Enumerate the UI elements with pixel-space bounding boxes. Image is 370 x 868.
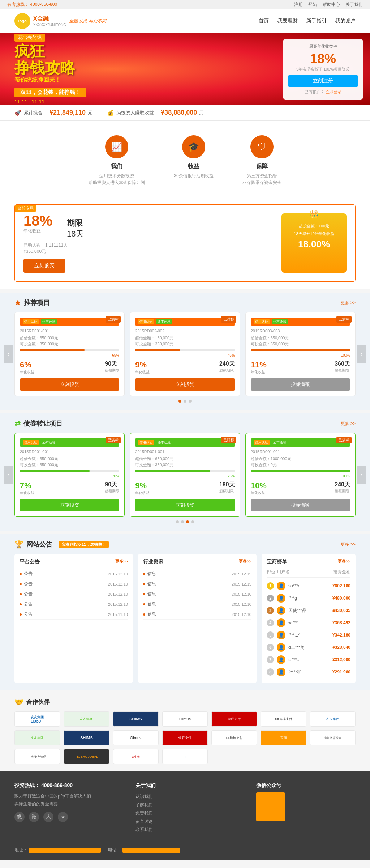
banner-content: 花出去的钱 疯狂 挣钱攻略 帮你统统挣回来！ 双11，会花钱，能挣钱！ 11-1… (0, 33, 276, 105)
renren-icon[interactable]: 人 (43, 812, 53, 822)
register-button[interactable]: 立刻注册 (288, 75, 358, 87)
footer-about-link-3[interactable]: 免责我们 (135, 809, 235, 817)
tcard1-max: 超借金额：650,000元 (20, 456, 119, 461)
tcard3-progress-fill (251, 470, 350, 472)
tdot-4[interactable] (191, 520, 194, 523)
rank-item-1: 1 👤 su***o ¥602,160 (267, 580, 350, 592)
card1-invest-btn[interactable]: 立刻投资 (20, 378, 119, 391)
weibo-icon[interactable]: 微 (14, 812, 25, 822)
tcard3-rate-row: 10% 年化收益 240天 超额期限 (251, 481, 350, 495)
rank-num-7: 7 (267, 656, 274, 663)
buy-now-button[interactable]: 立刻购买 (23, 259, 65, 273)
transfer-more[interactable]: 更多 >> (341, 421, 356, 427)
wechat-icon[interactable]: 微 (29, 812, 39, 822)
help-link[interactable]: 帮助中心 (323, 2, 340, 7)
top-bar: 有客热线： 4000-866-800 注册 登陆 帮助中心 关于我们 (0, 0, 370, 9)
rankings-col: 宝商榜单 更多>> 排位 用户名 投资金额 1 👤 su***o ¥602,16… (262, 554, 356, 683)
dot-2[interactable] (184, 400, 186, 403)
recommend-section: ★ 推荐项目 更多 >> ‹ 信用认证 还本还息 已满标 2015RD001-0… (0, 293, 370, 410)
card3-invest-btn[interactable]: 投标满额 (251, 378, 350, 391)
partner-14: 有江教育投资 (310, 730, 356, 745)
industry-news-3-date: 2015.12.10 (232, 592, 251, 596)
platform-news-1-text: 公告 (24, 571, 106, 577)
card3-id: 2015RD003-003 (251, 329, 350, 333)
tdot-2[interactable] (181, 520, 184, 523)
footer-about-link-1[interactable]: 认识我们 (135, 792, 235, 801)
card3-rate: 11% (251, 360, 267, 370)
tdot-3[interactable] (186, 520, 189, 523)
transfer-prev[interactable]: ‹ (4, 466, 13, 484)
footer-about-link-4[interactable]: 留言讨论 (135, 817, 235, 826)
platform-news-5-date: 2015.11.10 (108, 612, 128, 617)
rank-item-8: 8 👤 fe***和 ¥291,960 (267, 666, 350, 678)
recommend-next[interactable]: › (357, 345, 366, 363)
banner-tag-spend: 花出去的钱 (14, 34, 45, 42)
card2-max: 超借金额：150,000元 (135, 335, 235, 341)
platform-news-2-text: 公告 (24, 581, 106, 587)
about-link[interactable]: 关于我们 (345, 2, 363, 7)
product-left: 18% 年化收益 期限 18天 已购人数：1,111111人 ¥350,000元… (23, 213, 274, 273)
footer-about-link-5[interactable]: 联系我们 (135, 826, 235, 834)
nav-account[interactable]: 我的账户 (335, 18, 356, 24)
stats-bar: 🚀 累计撮合： ¥21,849,110 元 💰 为投资人赚取收益： ¥38,88… (0, 105, 370, 121)
industry-news-col: 行业资讯 更多>> 信息 2015.12.15 信息 2015.12.15 信息 (138, 554, 257, 683)
tcard2-tag-repay: 还本还息 (156, 440, 172, 445)
recommend-title: ★ 推荐项目 (14, 298, 50, 307)
card2-period-block: 240天 超额期限 (219, 360, 235, 375)
recommend-cards: 信用认证 还本还息 已满标 2015RD001-001 超借金额：650,000… (14, 312, 356, 396)
nav-invest[interactable]: 我要理财 (278, 18, 298, 24)
tcard2-period: 180天 (219, 481, 235, 489)
platform-notice-more[interactable]: 更多>> (115, 559, 128, 565)
tcard2-invest-btn[interactable]: 立刻投资 (135, 499, 235, 511)
platform-news-1: 公告 2015.12.10 (20, 569, 128, 579)
news-section-header: 🏆 网站公告 宝商创投双11，送钱啦！ 更多 >> (14, 540, 356, 549)
news-more[interactable]: 更多 >> (341, 541, 356, 548)
footer: 投资热线： 4000-866-800 致力于打造适合中国的p2p平台解决人们 实… (0, 771, 370, 860)
login-link-banner[interactable]: 立即登录 (326, 90, 341, 94)
product-period-value: 18天 (67, 229, 83, 239)
footer-about-link-2[interactable]: 了解我们 (135, 801, 235, 809)
card2-invest-btn[interactable]: 立刻投资 (135, 378, 235, 391)
dot-3[interactable] (189, 400, 192, 403)
tcard2-rate: 9% (135, 481, 150, 490)
star-icon[interactable]: ★ (58, 812, 68, 822)
card3-badge: 已满标 (336, 316, 352, 323)
tcard1-badge: 已满标 (106, 437, 121, 443)
rankings-more[interactable]: 更多>> (338, 559, 350, 565)
header: logo X金融 XXXXXXJUNIFONG 金融 从此 与众不同 首页 我要… (0, 9, 370, 33)
tdot-1[interactable] (176, 520, 179, 523)
product-new-tag: 当前专属 (15, 205, 36, 212)
hotline-info: 有客热线： 4000-866-800 (7, 1, 57, 8)
tcard3-invest-btn[interactable]: 投标满额 (251, 499, 350, 511)
stat-total-value: ¥21,849,110 (50, 109, 86, 116)
recommend-more[interactable]: 更多 >> (341, 300, 356, 306)
transfer-next[interactable]: › (357, 466, 366, 484)
partners-section: 🤝 合作伙伴 友友集团LIUOU 友友集团 SHIMS Ointus 银联支付 … (0, 690, 370, 771)
nav-guide[interactable]: 新手指引 (306, 18, 327, 24)
rank-avatar-4: 👤 (277, 618, 285, 627)
tcard1-period: 90天 (105, 481, 119, 489)
nav-home[interactable]: 首页 (259, 18, 269, 24)
dot-1[interactable] (178, 400, 181, 403)
tcard1-invest-btn[interactable]: 立刻投资 (20, 499, 119, 511)
industry-news-4: 信息 2015.12.10 (143, 599, 251, 609)
platform-news-4: 公告 2015.12.10 (20, 599, 128, 609)
card2-period: 240天 (219, 360, 235, 368)
partner-1: 友友集团LIUOU (14, 711, 60, 727)
register-link[interactable]: 注册 (294, 2, 303, 7)
card2-tag-credit: 信用认证 (138, 319, 154, 324)
industry-news-1-date: 2015.12.15 (232, 572, 251, 576)
tcard3-id: 2015RD001-001 (251, 450, 350, 454)
rankings-title: 宝商榜单 更多>> (267, 559, 350, 565)
platform-news-4-dot (20, 603, 22, 605)
tcard3-tag-credit: 信用认证 (254, 440, 270, 445)
industry-news-1-dot (143, 573, 145, 575)
card2-rate: 9% (135, 360, 150, 370)
rank-name-3: 天使***品 (288, 608, 330, 614)
recommend-prev[interactable]: ‹ (4, 345, 13, 363)
platform-notice-col: 平台公告 更多>> 公告 2015.12.10 公告 2015.12.10 公告 (14, 554, 133, 683)
login-link[interactable]: 登陆 (308, 2, 317, 7)
industry-news-5-text: 信息 (147, 611, 229, 617)
industry-news-more[interactable]: 更多>> (239, 559, 251, 565)
card3-tag-repay: 还本还息 (272, 319, 288, 324)
